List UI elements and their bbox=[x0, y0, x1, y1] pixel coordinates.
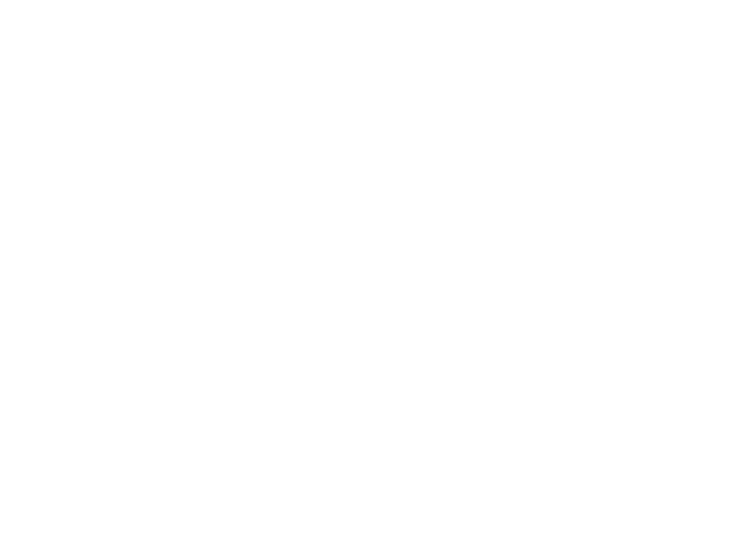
arrows-svg bbox=[10, 17, 746, 510]
diagram-container bbox=[10, 17, 746, 510]
